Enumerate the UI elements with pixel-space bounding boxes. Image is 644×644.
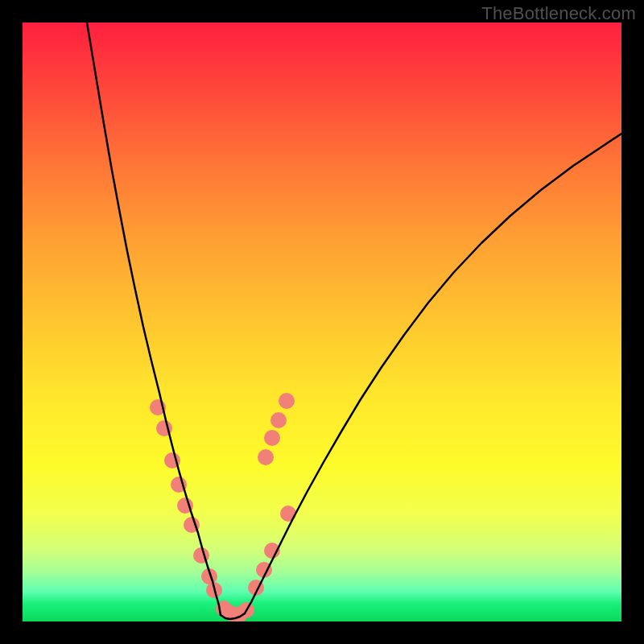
chart-plot-area — [23, 23, 621, 621]
watermark-text: TheBottleneck.com — [481, 3, 636, 24]
